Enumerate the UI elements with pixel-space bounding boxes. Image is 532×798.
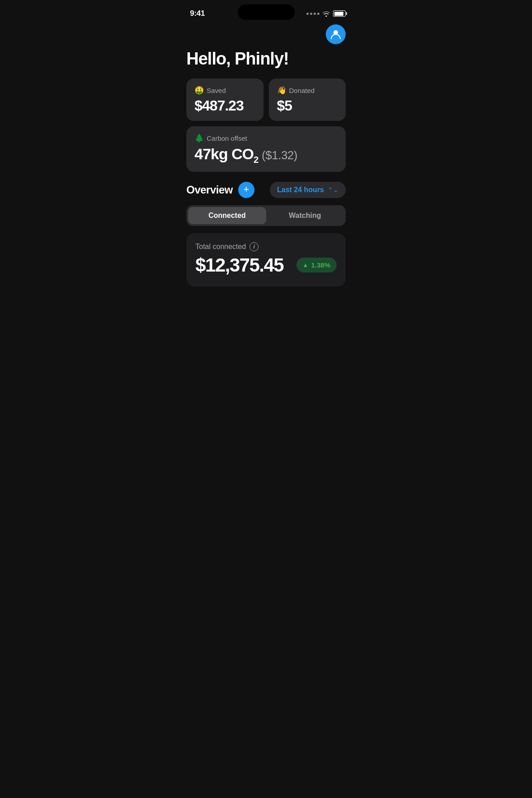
total-connected-card: Total connected i $12,375.45 ▲ 1.38% [186,233,346,286]
connected-tab[interactable]: Connected [188,207,266,224]
overview-row: Overview + Last 24 hours ⌃⌄ [177,182,355,198]
total-value-row: $12,375.45 ▲ 1.38% [195,255,337,276]
donated-emoji: 👋 [277,86,287,95]
tabs-container: Connected Watching [186,205,346,226]
phone-container: 9:41 Hello [177,0,355,286]
saved-value: $487.23 [194,98,255,114]
status-icons [306,10,346,17]
saved-card: 🤑 Saved $487.23 [186,78,264,121]
chevron-updown-icon: ⌃⌄ [328,186,338,194]
time-filter-button[interactable]: Last 24 hours ⌃⌄ [270,182,346,198]
overview-title: Overview [186,184,233,196]
saved-label: 🤑 Saved [194,86,255,95]
carbon-emoji: 🌲 [194,134,204,143]
profile-button[interactable] [326,24,346,44]
stats-row: 🤑 Saved $487.23 👋 Donated $5 [177,78,355,121]
overview-left: Overview + [186,182,254,198]
percent-value: 1.38% [311,261,330,269]
battery-icon [333,10,346,17]
wifi-icon [322,10,330,17]
carbon-amount: 47kg CO2 [194,146,258,165]
carbon-price: ($1.32) [262,149,297,162]
donated-label: 👋 Donated [277,86,338,95]
donated-card: 👋 Donated $5 [269,78,346,121]
time-filter-label: Last 24 hours [277,186,324,194]
profile-row [177,24,355,44]
total-label-row: Total connected i [195,242,337,251]
profile-avatar-icon [330,28,342,40]
carbon-label: 🌲 Carbon offset [194,134,338,143]
watching-tab[interactable]: Watching [266,207,344,224]
saved-emoji: 🤑 [194,86,204,95]
signal-dots-icon [306,13,319,15]
status-bar: 9:41 [177,0,355,24]
status-notch [238,5,295,20]
page-title: Hello, Phinly! [177,50,355,69]
plus-icon: + [243,185,249,194]
percent-badge: ▲ 1.38% [296,258,337,272]
co2-subscript: 2 [254,155,258,165]
total-label: Total connected [195,243,246,251]
triangle-up-icon: ▲ [303,262,309,268]
info-icon[interactable]: i [250,242,259,251]
total-value: $12,375.45 [195,255,283,276]
carbon-offset-card: 🌲 Carbon offset 47kg CO2 ($1.32) [186,126,346,172]
carbon-value: 47kg CO2 ($1.32) [194,146,338,165]
donated-value: $5 [277,98,338,114]
add-button[interactable]: + [238,182,254,198]
status-time: 9:41 [190,9,205,18]
